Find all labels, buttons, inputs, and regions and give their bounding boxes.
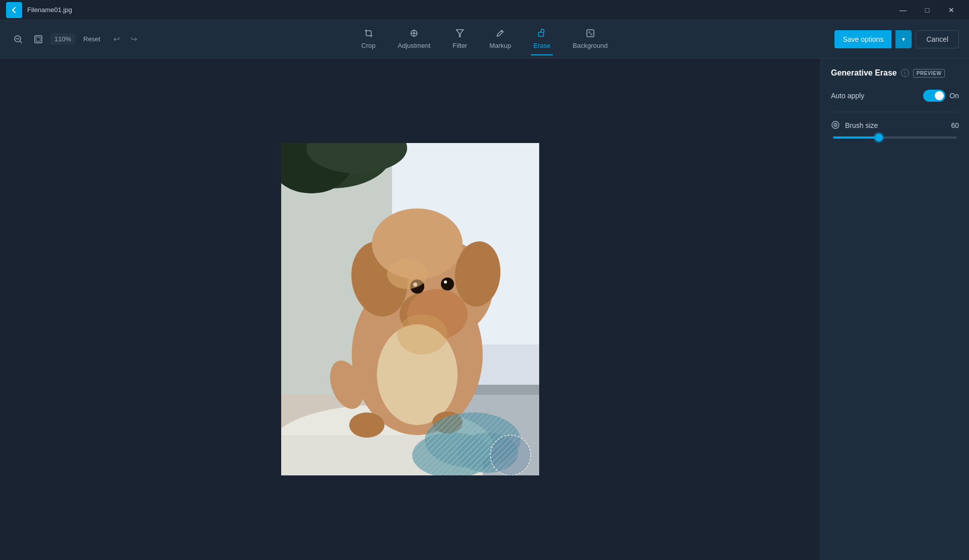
markup-icon — [496, 29, 505, 40]
crop-icon — [364, 29, 373, 40]
svg-rect-10 — [588, 31, 590, 33]
filter-icon — [456, 29, 465, 40]
preview-badge: PREVIEW — [913, 69, 945, 78]
svg-point-40 — [397, 314, 447, 355]
slider-thumb[interactable] — [875, 133, 883, 142]
adjustment-icon — [410, 29, 419, 40]
toolbar-right: Save options ▾ Cancel — [834, 30, 959, 48]
svg-point-44 — [490, 435, 531, 475]
canvas-area[interactable] — [0, 58, 820, 560]
toggle-thumb — [935, 91, 944, 100]
adjustment-label: Adjustment — [398, 42, 430, 49]
cancel-button[interactable]: Cancel — [916, 30, 959, 48]
svg-point-36 — [349, 412, 384, 438]
main-content: Generative Erase i PREVIEW Auto apply On — [0, 58, 969, 560]
erase-label: Erase — [534, 42, 551, 49]
toggle-on-label: On — [949, 92, 959, 100]
svg-rect-4 — [36, 37, 40, 41]
filter-label: Filter — [453, 42, 467, 49]
toolbar-center-tools: Crop Adjustment Filter — [351, 25, 618, 53]
toolbar-tool-adjustment[interactable]: Adjustment — [387, 25, 440, 53]
slider-track[interactable] — [833, 136, 957, 138]
maximize-button[interactable]: □ — [916, 2, 939, 18]
brush-size-icon — [831, 120, 841, 130]
svg-point-39 — [387, 259, 427, 289]
svg-rect-8 — [539, 32, 544, 36]
crop-label: Crop — [361, 42, 375, 49]
erase-icon — [538, 29, 547, 40]
minimize-button[interactable]: — — [891, 2, 915, 18]
svg-point-51 — [835, 124, 836, 125]
svg-marker-7 — [457, 30, 464, 37]
toolbar-tool-background[interactable]: Background — [563, 25, 618, 53]
divider — [831, 112, 959, 112]
auto-apply-label: Auto apply — [831, 92, 864, 100]
save-options-dropdown-button[interactable]: ▾ — [895, 30, 912, 48]
toggle-track — [923, 90, 945, 102]
background-label: Background — [573, 42, 608, 49]
brush-size-slider[interactable] — [831, 136, 959, 138]
fit-button[interactable] — [30, 31, 46, 47]
svg-point-6 — [413, 32, 415, 34]
zoom-out-button[interactable] — [10, 31, 26, 47]
svg-point-28 — [441, 277, 454, 291]
info-icon[interactable]: i — [901, 69, 909, 77]
brush-size-label: Brush size — [845, 121, 951, 129]
title-bar: Filename01.jpg — □ ✕ — [0, 0, 969, 20]
svg-rect-3 — [35, 36, 42, 43]
panel-header: Generative Erase i PREVIEW — [831, 68, 959, 78]
toolbar-tool-filter[interactable]: Filter — [442, 25, 477, 53]
image-container — [281, 143, 539, 475]
save-options-button[interactable]: Save options — [834, 30, 891, 48]
slider-fill — [833, 136, 879, 138]
svg-rect-11 — [590, 33, 592, 35]
toolbar-tool-markup[interactable]: Markup — [479, 25, 521, 53]
svg-line-1 — [20, 41, 22, 43]
zoom-level: 110% — [50, 33, 75, 45]
close-button[interactable]: ✕ — [940, 2, 963, 18]
svg-point-30 — [444, 281, 447, 284]
toolbar: 110% Reset ↩ ↪ Crop — [0, 20, 969, 58]
redo-button[interactable]: ↪ — [125, 31, 142, 47]
undo-button[interactable]: ↩ — [108, 31, 124, 47]
window-controls: — □ ✕ — [891, 2, 963, 18]
background-icon — [586, 29, 595, 40]
toggle-container: On — [923, 90, 959, 102]
markup-label: Markup — [489, 42, 511, 49]
undo-redo-group: ↩ ↪ — [108, 31, 142, 47]
back-button[interactable] — [6, 2, 22, 18]
reset-button[interactable]: Reset — [79, 33, 104, 45]
brush-size-value: 60 — [951, 121, 959, 129]
filename-label: Filename01.jpg — [27, 6, 72, 14]
toolbar-tool-crop[interactable]: Crop — [351, 25, 385, 53]
panel-title: Generative Erase — [831, 68, 897, 78]
right-panel: Generative Erase i PREVIEW Auto apply On — [820, 58, 969, 560]
brush-size-row: Brush size 60 — [831, 120, 959, 130]
photo-canvas — [281, 143, 539, 475]
auto-apply-toggle[interactable] — [923, 90, 945, 102]
chevron-down-icon: ▾ — [902, 36, 905, 43]
toolbar-left: 110% Reset ↩ ↪ — [10, 31, 142, 47]
auto-apply-row: Auto apply On — [831, 90, 959, 102]
toolbar-tool-erase[interactable]: Erase — [524, 25, 561, 53]
